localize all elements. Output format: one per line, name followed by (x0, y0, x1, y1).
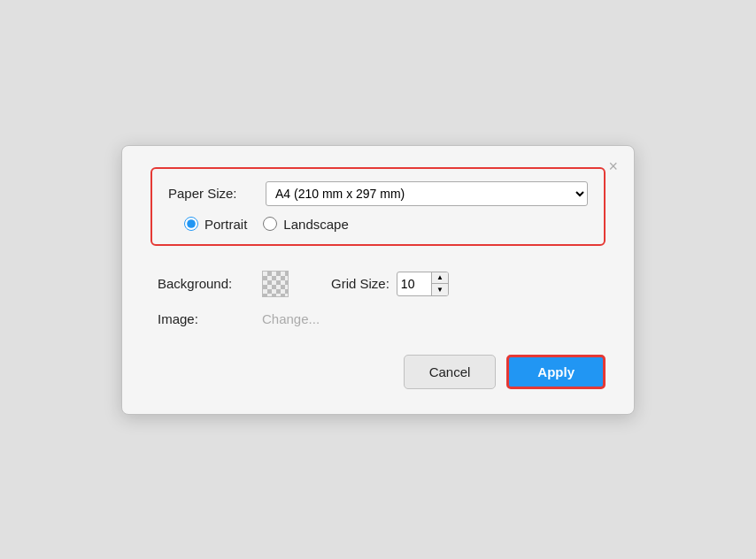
grid-size-increment[interactable]: ▲ (432, 272, 448, 284)
cancel-button[interactable]: Cancel (404, 355, 497, 389)
grid-size-spinner: ▲ ▼ (431, 272, 448, 295)
apply-button[interactable]: Apply (506, 355, 606, 389)
portrait-label: Portrait (204, 217, 247, 232)
grid-size-group: Grid Size: ▲ ▼ (331, 272, 449, 296)
close-button[interactable]: × (605, 157, 621, 176)
image-change-link[interactable]: Change... (262, 311, 320, 326)
landscape-label: Landscape (283, 217, 348, 232)
grid-size-decrement[interactable]: ▼ (432, 284, 448, 295)
background-swatch[interactable] (262, 271, 289, 297)
background-label: Background: (158, 276, 246, 291)
portrait-option[interactable]: Portrait (184, 217, 247, 232)
paper-size-label: Paper Size: (168, 186, 266, 201)
image-row: Image: Change... (158, 311, 606, 326)
paper-size-section: Paper Size: A4 (210 mm x 297 mm) Letter … (150, 167, 606, 246)
landscape-radio[interactable] (263, 217, 277, 231)
options-section: Background: Grid Size: ▲ ▼ Image: Change… (150, 271, 606, 326)
orientation-row: Portrait Landscape (168, 217, 588, 232)
button-row: Cancel Apply (150, 355, 606, 389)
grid-size-input[interactable] (397, 272, 431, 295)
paper-size-row: Paper Size: A4 (210 mm x 297 mm) Letter … (168, 181, 588, 206)
portrait-radio[interactable] (184, 217, 198, 231)
page-setup-dialog: × Paper Size: A4 (210 mm x 297 mm) Lette… (121, 145, 635, 415)
grid-size-input-wrap: ▲ ▼ (397, 272, 449, 296)
landscape-option[interactable]: Landscape (263, 217, 348, 232)
image-label: Image: (158, 311, 246, 326)
grid-size-label: Grid Size: (331, 276, 390, 291)
paper-size-select[interactable]: A4 (210 mm x 297 mm) Letter (8.5 in x 11… (266, 181, 588, 206)
background-row: Background: Grid Size: ▲ ▼ (158, 271, 606, 297)
